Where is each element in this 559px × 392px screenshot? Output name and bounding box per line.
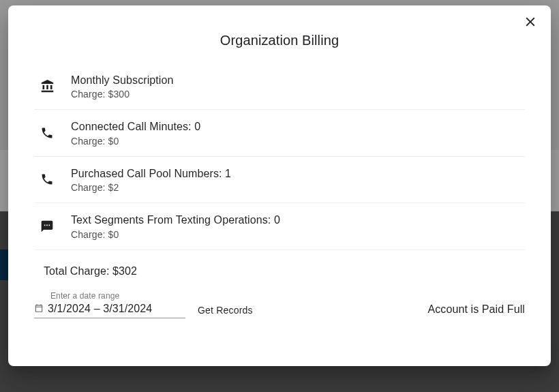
billing-text: Monthly Subscription Charge: $300: [71, 73, 525, 100]
total-charge: Total Charge: $302: [8, 256, 551, 287]
close-button[interactable]: [522, 15, 539, 31]
billing-modal: Organization Billing Monthly Subscriptio…: [8, 5, 551, 366]
billing-list: Monthly Subscription Charge: $300 Connec…: [8, 73, 551, 250]
phone-icon: [40, 125, 55, 140]
sms-icon: [40, 219, 55, 234]
footer-row: Enter a date range 3/1/2024 – 3/31/2024 …: [8, 287, 551, 318]
calendar-icon: [34, 303, 44, 313]
paid-status: Account is Paid Full: [427, 303, 525, 318]
billing-primary: Monthly Subscription: [71, 73, 525, 88]
date-range-label: Enter a date range: [50, 291, 119, 301]
date-range-field[interactable]: Enter a date range 3/1/2024 – 3/31/2024: [34, 297, 185, 318]
modal-title: Organization Billing: [8, 33, 551, 48]
billing-item-subscription: Monthly Subscription Charge: $300: [34, 73, 525, 110]
billing-secondary: Charge: $0: [71, 136, 525, 147]
billing-secondary: Charge: $300: [71, 89, 525, 100]
billing-primary: Text Segments From Texting Operations: 0: [71, 213, 525, 228]
billing-primary: Connected Call Minutes: 0: [71, 119, 525, 134]
billing-item-call-minutes: Connected Call Minutes: 0 Charge: $0: [34, 110, 525, 156]
billing-primary: Purchased Call Pool Numbers: 1: [71, 166, 525, 181]
get-records-button[interactable]: Get Records: [198, 305, 253, 318]
billing-item-text-segments: Text Segments From Texting Operations: 0…: [34, 203, 525, 250]
close-icon: [523, 14, 538, 32]
date-range-value: 3/1/2024 – 3/31/2024: [48, 302, 152, 315]
billing-item-pool-numbers: Purchased Call Pool Numbers: 1 Charge: $…: [34, 157, 525, 203]
billing-secondary: Charge: $2: [71, 182, 525, 193]
phone-icon: [40, 172, 55, 187]
billing-text: Text Segments From Texting Operations: 0…: [71, 213, 525, 239]
billing-text: Purchased Call Pool Numbers: 1 Charge: $…: [71, 166, 525, 193]
billing-secondary: Charge: $0: [71, 229, 525, 240]
bank-icon: [40, 79, 55, 94]
billing-text: Connected Call Minutes: 0 Charge: $0: [71, 119, 525, 146]
